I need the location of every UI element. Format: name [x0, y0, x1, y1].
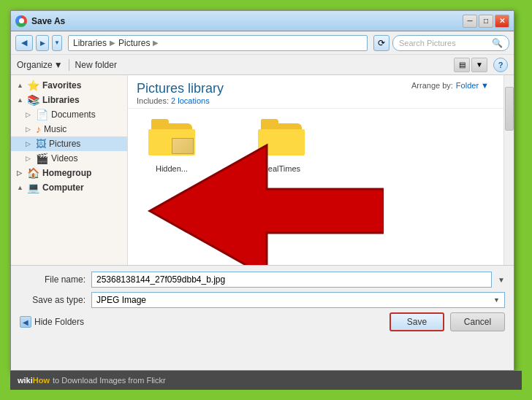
how-label: How — [33, 376, 50, 385]
subtitle-pre: Includes: — [137, 96, 169, 105]
savetype-arrow: ▼ — [493, 296, 500, 304]
expand-icon-videos: ▷ — [26, 155, 33, 162]
address-bar[interactable]: Libraries ▶ Pictures ▶ — [68, 35, 368, 51]
pictures-icon: 🖼 — [36, 138, 46, 150]
wikihow-footer: wiki How to Download Images from Flickr — [10, 371, 522, 390]
view-button[interactable]: ▤ — [454, 58, 470, 72]
view-dropdown-button[interactable]: ▼ — [471, 58, 487, 72]
favorites-icon: ⭐ — [27, 80, 39, 91]
back-button[interactable]: ◀ — [15, 35, 33, 51]
folders-grid: Hidden... RealTimes — [128, 109, 503, 265]
content-subtitle: Includes: 2 locations — [137, 96, 495, 105]
save-button[interactable]: Save — [390, 312, 444, 331]
sidebar-item-computer[interactable]: ▲ 💻 Computer — [11, 180, 127, 195]
folder-item-hidden[interactable]: Hidden... — [142, 123, 201, 258]
wiki-label: wiki — [18, 376, 33, 385]
expand-icon-homegroup: ▷ — [17, 169, 24, 177]
new-folder-button[interactable]: New folder — [75, 60, 117, 70]
title-controls: ─ □ ✕ — [463, 15, 509, 28]
expand-icon-documents: ▷ — [26, 111, 33, 118]
hide-folders-button[interactable]: ◀ Hide Folders — [20, 316, 84, 328]
nav-dropdown-button[interactable]: ▼ — [52, 35, 62, 51]
arrange-bar: Arrange by: Folder ▼ — [411, 81, 489, 90]
toolbar-separator — [69, 59, 69, 71]
filename-row: File name: ▼ — [20, 272, 505, 288]
sidebar-item-libraries[interactable]: ▲ 📚 Libraries — [11, 93, 127, 107]
search-icon[interactable]: 🔍 — [492, 38, 503, 48]
search-bar[interactable]: Search Pictures 🔍 — [392, 35, 509, 51]
sidebar-label-pictures: Pictures — [49, 139, 80, 149]
minimize-button[interactable]: ─ — [463, 15, 477, 28]
title-bar-left: Save As — [15, 15, 65, 27]
expand-icon-computer: ▲ — [17, 184, 24, 191]
expand-icon-music: ▷ — [26, 126, 33, 133]
sidebar-item-music[interactable]: ▷ ♪ Music — [11, 122, 127, 136]
computer-icon: 💻 — [27, 182, 39, 193]
sidebar-item-videos[interactable]: ▷ 🎬 Videos — [11, 151, 127, 166]
refresh-button[interactable]: ⟳ — [373, 35, 390, 51]
documents-icon: 📄 — [36, 109, 48, 120]
close-button[interactable]: ✕ — [495, 15, 509, 28]
expand-icon-favorites: ▲ — [17, 82, 24, 89]
content-header: Pictures library Includes: 2 locations A… — [128, 75, 503, 109]
homegroup-icon: 🏠 — [27, 167, 39, 179]
sidebar-label-music: Music — [44, 124, 66, 134]
filename-label: File name: — [20, 274, 86, 285]
folder-item-realtimes[interactable]: RealTimes — [252, 123, 311, 173]
sidebar-item-documents[interactable]: ▷ 📄 Documents — [11, 107, 127, 122]
bottom-form: File name: ▼ Save as type: JPEG Image ▼ … — [11, 265, 514, 337]
sidebar-item-homegroup[interactable]: ▷ 🏠 Homegroup — [11, 166, 127, 180]
left-nav-panel: ▲ ⭐ Favorites ▲ 📚 Libraries ▷ 📄 Document… — [11, 75, 128, 265]
expand-icon-libraries: ▲ — [17, 96, 24, 104]
libraries-icon: 📚 — [27, 94, 39, 106]
help-button[interactable]: ? — [493, 58, 508, 72]
toolbar2-right: ▤ ▼ ? — [454, 58, 508, 72]
hide-folders-label: Hide Folders — [34, 317, 84, 327]
arrange-value[interactable]: Folder ▼ — [456, 81, 489, 90]
folder-image-realtimes — [258, 123, 305, 161]
folder-name-realtimes: RealTimes — [262, 164, 300, 173]
sidebar-label-documents: Documents — [51, 109, 96, 120]
dialog-window: Save As ─ □ ✕ ◀ ▶ ▼ Libraries ▶ Pictures… — [10, 10, 514, 371]
sidebar-label-favorites: Favorites — [42, 80, 81, 91]
search-placeholder: Search Pictures — [399, 39, 456, 47]
folder-item-extra[interactable] — [210, 189, 268, 258]
sidebar-label-videos: Videos — [51, 153, 77, 164]
savetype-dropdown[interactable]: JPEG Image ▼ — [91, 292, 505, 308]
filename-input[interactable] — [91, 272, 492, 288]
sidebar-item-favorites[interactable]: ▲ ⭐ Favorites — [11, 78, 127, 93]
cancel-button[interactable]: Cancel — [450, 312, 505, 331]
sidebar-label-computer: Computer — [42, 182, 84, 193]
sidebar-item-pictures[interactable]: ▷ 🖼 Pictures — [11, 136, 127, 151]
address-part-2: Pictures — [118, 38, 150, 48]
main-area: ▲ ⭐ Favorites ▲ 📚 Libraries ▷ 📄 Document… — [11, 75, 514, 265]
toolbar2: Organize ▼ New folder ▤ ▼ ? — [11, 55, 514, 75]
organize-button[interactable]: Organize ▼ — [17, 60, 63, 70]
arrange-label: Arrange by: — [411, 81, 453, 90]
scroll-bar[interactable] — [503, 75, 514, 265]
sidebar-label-homegroup: Homegroup — [42, 168, 91, 178]
videos-icon: 🎬 — [36, 153, 48, 164]
music-icon: ♪ — [36, 123, 41, 135]
scroll-thumb[interactable] — [505, 87, 514, 131]
filename-dropdown-arrow[interactable]: ▼ — [498, 276, 505, 284]
maximize-button[interactable]: □ — [479, 15, 493, 28]
chrome-icon — [15, 15, 27, 27]
address-arrow-2: ▶ — [153, 39, 159, 47]
savetype-value: JPEG Image — [96, 295, 146, 305]
address-part-1: Libraries — [73, 38, 107, 48]
expand-icon-pictures: ▷ — [26, 140, 33, 147]
window-title: Save As — [31, 16, 65, 26]
folder-name-hidden: Hidden... — [156, 164, 188, 173]
locations-link[interactable]: 2 locations — [171, 96, 210, 105]
forward-button[interactable]: ▶ — [36, 35, 49, 51]
savetype-label: Save as type: — [20, 295, 86, 305]
address-arrow-1: ▶ — [110, 39, 115, 47]
folder-image-extra — [216, 189, 262, 227]
savetype-row: Save as type: JPEG Image ▼ — [20, 292, 505, 308]
outer-wrapper: Save As ─ □ ✕ ◀ ▶ ▼ Libraries ▶ Pictures… — [10, 10, 522, 390]
content-panel: Pictures library Includes: 2 locations A… — [128, 75, 503, 265]
sidebar-label-libraries: Libraries — [42, 95, 80, 105]
hide-folders-icon: ◀ — [20, 316, 31, 328]
title-bar: Save As ─ □ ✕ — [11, 11, 514, 31]
